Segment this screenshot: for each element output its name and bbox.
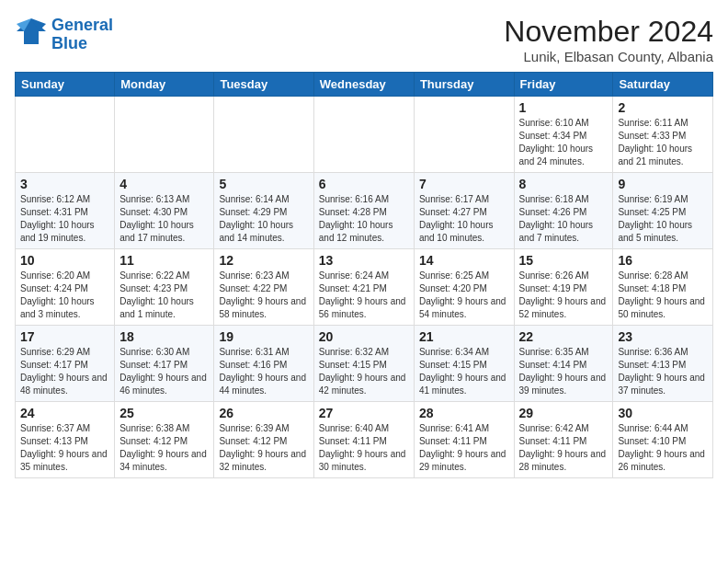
day-info: Sunrise: 6:11 AM Sunset: 4:33 PM Dayligh…: [618, 117, 708, 168]
col-monday: Monday: [115, 73, 214, 97]
calendar-day-cell: [414, 97, 514, 173]
day-info: Sunrise: 6:30 AM Sunset: 4:17 PM Dayligh…: [119, 346, 209, 397]
calendar-day-cell: 6Sunrise: 6:16 AM Sunset: 4:28 PM Daylig…: [313, 173, 414, 249]
calendar-day-cell: [115, 97, 214, 173]
day-number: 17: [20, 329, 109, 344]
day-info: Sunrise: 6:23 AM Sunset: 4:22 PM Dayligh…: [219, 270, 308, 321]
calendar-header-row: Sunday Monday Tuesday Wednesday Thursday…: [16, 73, 713, 97]
col-sunday: Sunday: [16, 73, 115, 97]
day-number: 13: [319, 253, 409, 268]
calendar-day-cell: [313, 97, 414, 173]
calendar-day-cell: 17Sunrise: 6:29 AM Sunset: 4:17 PM Dayli…: [16, 326, 115, 402]
day-number: 4: [119, 177, 209, 191]
day-info: Sunrise: 6:41 AM Sunset: 4:11 PM Dayligh…: [419, 422, 509, 474]
calendar-day-cell: 3Sunrise: 6:12 AM Sunset: 4:31 PM Daylig…: [16, 173, 115, 249]
day-number: 9: [618, 177, 708, 191]
logo-text: General Blue: [51, 17, 113, 53]
logo-line1: General: [51, 16, 113, 34]
col-tuesday: Tuesday: [214, 73, 313, 97]
day-info: Sunrise: 6:32 AM Sunset: 4:15 PM Dayligh…: [319, 346, 409, 397]
calendar-day-cell: 27Sunrise: 6:40 AM Sunset: 4:11 PM Dayli…: [313, 402, 414, 478]
day-info: Sunrise: 6:19 AM Sunset: 4:25 PM Dayligh…: [618, 193, 708, 245]
day-number: 19: [219, 329, 308, 344]
calendar-day-cell: 15Sunrise: 6:26 AM Sunset: 4:19 PM Dayli…: [514, 249, 613, 326]
day-info: Sunrise: 6:28 AM Sunset: 4:18 PM Dayligh…: [618, 270, 708, 321]
day-number: 1: [519, 100, 609, 115]
day-info: Sunrise: 6:40 AM Sunset: 4:11 PM Dayligh…: [319, 422, 409, 474]
day-info: Sunrise: 6:20 AM Sunset: 4:24 PM Dayligh…: [20, 270, 109, 321]
calendar-day-cell: 22Sunrise: 6:35 AM Sunset: 4:14 PM Dayli…: [514, 326, 613, 402]
calendar-day-cell: 30Sunrise: 6:44 AM Sunset: 4:10 PM Dayli…: [613, 402, 713, 478]
day-number: 27: [319, 406, 409, 420]
page-header: General Blue November 2024 Lunik, Elbasa…: [15, 15, 713, 64]
day-number: 10: [20, 253, 109, 268]
day-number: 2: [618, 100, 708, 115]
col-wednesday: Wednesday: [313, 73, 414, 97]
calendar-day-cell: 1Sunrise: 6:10 AM Sunset: 4:34 PM Daylig…: [514, 97, 613, 173]
day-info: Sunrise: 6:37 AM Sunset: 4:13 PM Dayligh…: [20, 422, 109, 474]
col-saturday: Saturday: [613, 73, 713, 97]
day-info: Sunrise: 6:10 AM Sunset: 4:34 PM Dayligh…: [519, 117, 609, 168]
day-info: Sunrise: 6:26 AM Sunset: 4:19 PM Dayligh…: [519, 270, 609, 321]
logo-line2: Blue: [51, 34, 87, 52]
day-info: Sunrise: 6:34 AM Sunset: 4:15 PM Dayligh…: [419, 346, 509, 397]
calendar-day-cell: [16, 97, 115, 173]
day-info: Sunrise: 6:36 AM Sunset: 4:13 PM Dayligh…: [618, 346, 708, 397]
calendar-day-cell: 29Sunrise: 6:42 AM Sunset: 4:11 PM Dayli…: [514, 402, 613, 478]
day-number: 11: [119, 253, 209, 268]
calendar-day-cell: 2Sunrise: 6:11 AM Sunset: 4:33 PM Daylig…: [613, 97, 713, 173]
calendar-day-cell: 26Sunrise: 6:39 AM Sunset: 4:12 PM Dayli…: [214, 402, 313, 478]
day-info: Sunrise: 6:14 AM Sunset: 4:29 PM Dayligh…: [219, 193, 308, 245]
calendar-day-cell: 14Sunrise: 6:25 AM Sunset: 4:20 PM Dayli…: [414, 249, 514, 326]
day-number: 16: [618, 253, 708, 268]
calendar-day-cell: 12Sunrise: 6:23 AM Sunset: 4:22 PM Dayli…: [214, 249, 313, 326]
month-year-title: November 2024: [504, 15, 713, 49]
day-info: Sunrise: 6:22 AM Sunset: 4:23 PM Dayligh…: [119, 270, 209, 321]
day-info: Sunrise: 6:24 AM Sunset: 4:21 PM Dayligh…: [319, 270, 409, 321]
day-number: 3: [20, 177, 109, 191]
calendar-day-cell: 8Sunrise: 6:18 AM Sunset: 4:26 PM Daylig…: [514, 173, 613, 249]
day-number: 22: [519, 329, 609, 344]
calendar-week-row: 10Sunrise: 6:20 AM Sunset: 4:24 PM Dayli…: [16, 249, 713, 326]
day-info: Sunrise: 6:38 AM Sunset: 4:12 PM Dayligh…: [119, 422, 209, 474]
calendar-day-cell: 20Sunrise: 6:32 AM Sunset: 4:15 PM Dayli…: [313, 326, 414, 402]
calendar-day-cell: 19Sunrise: 6:31 AM Sunset: 4:16 PM Dayli…: [214, 326, 313, 402]
day-number: 6: [319, 177, 409, 191]
day-info: Sunrise: 6:35 AM Sunset: 4:14 PM Dayligh…: [519, 346, 609, 397]
calendar-day-cell: 24Sunrise: 6:37 AM Sunset: 4:13 PM Dayli…: [16, 402, 115, 478]
day-info: Sunrise: 6:16 AM Sunset: 4:28 PM Dayligh…: [319, 193, 409, 245]
day-number: 28: [419, 406, 509, 420]
day-number: 14: [419, 253, 509, 268]
day-number: 15: [519, 253, 609, 268]
calendar-day-cell: 23Sunrise: 6:36 AM Sunset: 4:13 PM Dayli…: [613, 326, 713, 402]
calendar-week-row: 24Sunrise: 6:37 AM Sunset: 4:13 PM Dayli…: [16, 402, 713, 478]
day-info: Sunrise: 6:31 AM Sunset: 4:16 PM Dayligh…: [219, 346, 308, 397]
calendar-week-row: 1Sunrise: 6:10 AM Sunset: 4:34 PM Daylig…: [16, 97, 713, 173]
col-thursday: Thursday: [414, 73, 514, 97]
day-info: Sunrise: 6:44 AM Sunset: 4:10 PM Dayligh…: [618, 422, 708, 474]
day-number: 24: [20, 406, 109, 420]
day-number: 30: [618, 406, 708, 420]
calendar-day-cell: 9Sunrise: 6:19 AM Sunset: 4:25 PM Daylig…: [613, 173, 713, 249]
day-number: 7: [419, 177, 509, 191]
calendar-day-cell: 7Sunrise: 6:17 AM Sunset: 4:27 PM Daylig…: [414, 173, 514, 249]
calendar-week-row: 3Sunrise: 6:12 AM Sunset: 4:31 PM Daylig…: [16, 173, 713, 249]
calendar-day-cell: 10Sunrise: 6:20 AM Sunset: 4:24 PM Dayli…: [16, 249, 115, 326]
day-number: 21: [419, 329, 509, 344]
day-info: Sunrise: 6:29 AM Sunset: 4:17 PM Dayligh…: [20, 346, 109, 397]
calendar-table: Sunday Monday Tuesday Wednesday Thursday…: [15, 72, 713, 478]
calendar-day-cell: 16Sunrise: 6:28 AM Sunset: 4:18 PM Dayli…: [613, 249, 713, 326]
day-number: 26: [219, 406, 308, 420]
logo-bird-icon: [15, 15, 48, 54]
calendar-day-cell: 5Sunrise: 6:14 AM Sunset: 4:29 PM Daylig…: [214, 173, 313, 249]
day-info: Sunrise: 6:25 AM Sunset: 4:20 PM Dayligh…: [419, 270, 509, 321]
logo: General Blue: [15, 15, 113, 54]
calendar-day-cell: 11Sunrise: 6:22 AM Sunset: 4:23 PM Dayli…: [115, 249, 214, 326]
calendar-day-cell: 4Sunrise: 6:13 AM Sunset: 4:30 PM Daylig…: [115, 173, 214, 249]
day-number: 5: [219, 177, 308, 191]
day-info: Sunrise: 6:13 AM Sunset: 4:30 PM Dayligh…: [119, 193, 209, 245]
title-block: November 2024 Lunik, Elbasan County, Alb…: [504, 15, 713, 64]
day-info: Sunrise: 6:12 AM Sunset: 4:31 PM Dayligh…: [20, 193, 109, 245]
col-friday: Friday: [514, 73, 613, 97]
day-number: 8: [519, 177, 609, 191]
